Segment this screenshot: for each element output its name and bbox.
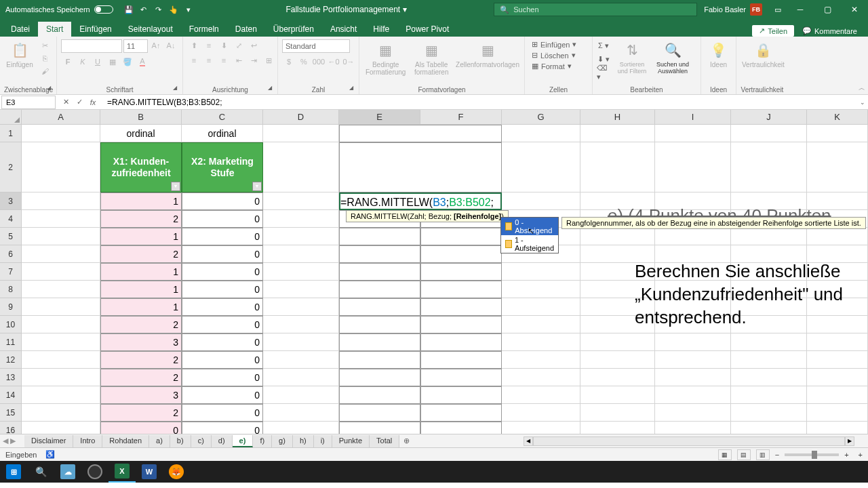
col-header-H[interactable]: H xyxy=(580,110,655,125)
cell[interactable] xyxy=(502,386,580,404)
cell[interactable] xyxy=(655,228,731,245)
comments-button[interactable]: 💬 Kommentare xyxy=(797,25,863,37)
cell[interactable] xyxy=(502,192,580,210)
cell[interactable] xyxy=(502,142,580,192)
cell[interactable] xyxy=(731,386,807,404)
cell-B11[interactable]: 3 xyxy=(100,333,182,351)
cell-D13[interactable] xyxy=(263,369,339,386)
row-header[interactable]: 2 xyxy=(0,142,22,192)
excel-taskbar-icon[interactable]: X xyxy=(108,461,136,483)
cell[interactable] xyxy=(655,386,731,404)
col-header-G[interactable]: G xyxy=(502,110,580,125)
cell-D2[interactable] xyxy=(263,142,339,192)
row-header[interactable]: 5 xyxy=(0,228,22,245)
sheet-tab-h[interactable]: h) xyxy=(293,435,314,447)
cell-A15[interactable] xyxy=(22,404,100,422)
sheet-tab-b[interactable]: b) xyxy=(170,435,191,447)
row-header[interactable]: 3 xyxy=(0,192,22,210)
filter-arrow-icon[interactable]: ▼ xyxy=(171,182,180,191)
tab-powerpivot[interactable]: Power Pivot xyxy=(397,22,457,37)
autosum-icon[interactable]: Σ ▾ xyxy=(597,39,610,52)
add-sheet-button[interactable]: ⊕ xyxy=(399,436,413,445)
cell[interactable] xyxy=(502,404,580,422)
cell-D4[interactable] xyxy=(263,210,339,228)
ribbon-display-icon[interactable]: ▭ xyxy=(773,5,783,14)
cell-B1[interactable]: ordinal xyxy=(100,125,182,142)
search-box[interactable]: 🔍 Suchen xyxy=(494,3,697,16)
cell-A14[interactable] xyxy=(22,386,100,404)
cell-E8[interactable] xyxy=(339,281,420,298)
cell-C11[interactable]: 0 xyxy=(182,333,263,351)
cell[interactable] xyxy=(731,404,807,422)
cell-B4[interactable]: 2 xyxy=(100,210,182,228)
autocomplete-dropdown[interactable]: 0 - Absteigend 1 - Aufsteigend xyxy=(500,217,559,253)
collapse-ribbon-icon[interactable]: ︿ xyxy=(859,83,865,93)
cell-E16[interactable] xyxy=(339,422,420,434)
cell[interactable] xyxy=(731,422,807,434)
close-button[interactable]: ✕ xyxy=(841,0,868,19)
cell-D11[interactable] xyxy=(263,333,339,351)
cell[interactable] xyxy=(807,333,868,351)
cell-D1[interactable] xyxy=(263,125,339,142)
cell-C3[interactable]: 0 xyxy=(182,192,263,210)
sheet-tab-i[interactable]: i) xyxy=(314,435,332,447)
formula-input[interactable]: =RANG.MITTELW(B3;B3:B502; xyxy=(103,98,857,107)
row-header[interactable]: 8 xyxy=(0,281,22,298)
cell-C16[interactable]: 0 xyxy=(182,422,263,434)
cell-A5[interactable] xyxy=(22,228,100,245)
cell-E14[interactable] xyxy=(339,386,420,404)
name-box[interactable]: E3 xyxy=(1,96,56,109)
cell-D12[interactable] xyxy=(263,351,339,369)
undo-icon[interactable]: ↶ xyxy=(139,5,149,14)
sheet-tab-Intro[interactable]: Intro xyxy=(73,435,102,447)
cell-B7[interactable]: 1 xyxy=(100,263,182,281)
cell[interactable] xyxy=(502,369,580,386)
cell[interactable] xyxy=(731,142,807,192)
tab-start[interactable]: Start xyxy=(38,22,71,37)
zoom-out-icon[interactable]: − xyxy=(775,451,779,459)
row-header[interactable]: 11 xyxy=(0,333,22,351)
sheet-tab-f[interactable]: f) xyxy=(253,435,272,447)
cell-D8[interactable] xyxy=(263,281,339,298)
select-all-corner[interactable] xyxy=(0,110,22,125)
row-header[interactable]: 13 xyxy=(0,369,22,386)
qat-dropdown-icon[interactable]: ▾ xyxy=(184,5,193,14)
col-header-K[interactable]: K xyxy=(807,110,868,125)
cell[interactable] xyxy=(807,228,868,245)
scroll-right-icon[interactable]: ▶ xyxy=(845,436,854,446)
page-break-view-icon[interactable]: ▥ xyxy=(756,449,770,460)
fx-icon[interactable]: fx xyxy=(87,96,99,108)
task-app-1[interactable]: ☁ xyxy=(54,461,81,483)
col-header-F[interactable]: F xyxy=(420,110,502,125)
cell-E10[interactable] xyxy=(339,316,420,333)
cell-E11[interactable] xyxy=(339,333,420,351)
save-icon[interactable]: 💾 xyxy=(124,5,134,14)
cell-F14[interactable] xyxy=(420,386,502,404)
cell[interactable] xyxy=(655,404,731,422)
page-layout-view-icon[interactable]: ▤ xyxy=(737,449,751,460)
cell[interactable] xyxy=(580,386,655,404)
cell-E2[interactable] xyxy=(339,142,502,192)
cell-A16[interactable] xyxy=(22,422,100,434)
cell-A1[interactable] xyxy=(22,125,100,142)
cell[interactable] xyxy=(655,351,731,369)
col-header-E[interactable]: E xyxy=(339,110,420,125)
font-name-select[interactable] xyxy=(61,39,122,53)
cell-D14[interactable] xyxy=(263,386,339,404)
format-cells-button[interactable]: ▦Format ▾ xyxy=(529,61,574,71)
tab-ansicht[interactable]: Ansicht xyxy=(322,22,365,37)
row-header[interactable]: 15 xyxy=(0,404,22,422)
cell-F13[interactable] xyxy=(420,369,502,386)
sheet-tab-a[interactable]: a) xyxy=(149,435,170,447)
cell-D9[interactable] xyxy=(263,298,339,316)
tab-daten[interactable]: Daten xyxy=(227,22,265,37)
cell-F6[interactable] xyxy=(420,245,502,263)
word-taskbar-icon[interactable]: W xyxy=(136,461,163,483)
cell-F5[interactable] xyxy=(420,228,502,245)
cell-C13[interactable]: 0 xyxy=(182,369,263,386)
autocomplete-option-0[interactable]: 0 - Absteigend xyxy=(501,218,558,235)
cell[interactable] xyxy=(580,422,655,434)
cell[interactable] xyxy=(807,422,868,434)
cell-A11[interactable] xyxy=(22,333,100,351)
cell[interactable] xyxy=(502,125,580,142)
